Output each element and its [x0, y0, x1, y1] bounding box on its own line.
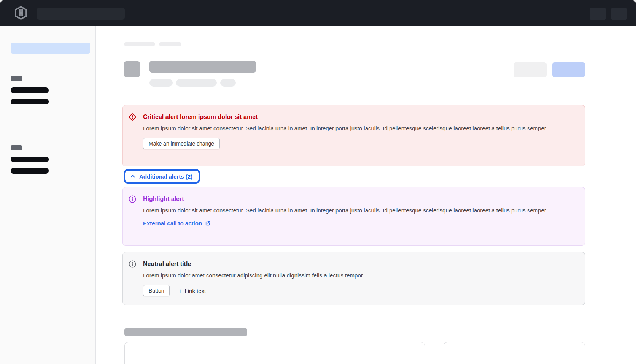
primary-button-skeleton[interactable] [552, 62, 585, 77]
section-heading-skeleton [124, 328, 247, 336]
neutral-alert-link[interactable]: + Link text [178, 288, 206, 294]
alert-content: Neutral alert title Lorem ipsum dolor am… [143, 260, 364, 305]
info-circle-icon [128, 260, 137, 268]
highlight-alert-banner: Highlight alert Lorem ipsum dolor sit am… [122, 187, 585, 246]
chevron-up-icon [130, 173, 136, 179]
page-meta [149, 79, 236, 87]
critical-alert-banner: Critical alert lorem ipsum dolor sit ame… [122, 105, 585, 166]
sidebar [0, 26, 96, 364]
content-card [124, 342, 425, 364]
additional-alerts-toggle[interactable]: Additional alerts (2) [124, 169, 200, 184]
breadcrumb-item-skeleton[interactable] [159, 42, 181, 46]
meta-badge-skeleton [149, 79, 173, 87]
alert-title: Neutral alert title [143, 260, 364, 269]
alert-content: Highlight alert Lorem ipsum dolor sit am… [143, 195, 547, 245]
external-link-icon [205, 220, 211, 226]
sidebar-nav-item-skeleton[interactable] [11, 168, 49, 174]
secondary-button-skeleton[interactable] [514, 62, 547, 77]
meta-badge-skeleton [176, 79, 217, 87]
topbar-button-skeleton[interactable] [611, 8, 627, 20]
immediate-change-button[interactable]: Make an immediate change [143, 138, 220, 149]
sidebar-selected-item-skeleton[interactable] [11, 43, 90, 54]
sidebar-nav-item-skeleton[interactable] [11, 157, 49, 162]
external-call-to-action-link[interactable]: External call to action [143, 220, 211, 226]
alert-body: Lorem ipsum dolor sit amet consectetur. … [143, 124, 547, 133]
content-card [444, 342, 585, 364]
search-input-skeleton[interactable] [37, 8, 125, 20]
meta-badge-skeleton [220, 79, 236, 87]
alert-title: Highlight alert [143, 195, 547, 204]
hashicorp-logo-icon[interactable] [14, 6, 28, 20]
alert-body: Lorem ipsum dolor amet consectetur adipi… [143, 271, 364, 280]
alert-title: Critical alert lorem ipsum dolor sit ame… [143, 112, 547, 122]
sidebar-nav-item-skeleton[interactable] [11, 99, 49, 104]
sidebar-section-label-skeleton [11, 76, 22, 81]
alert-content: Critical alert lorem ipsum dolor sit ame… [143, 112, 547, 166]
link-label: Link text [184, 288, 206, 294]
main-content: Critical alert lorem ipsum dolor sit ame… [96, 26, 636, 364]
info-circle-icon [128, 195, 137, 203]
topbar [0, 0, 636, 26]
page-title-skeleton [149, 61, 256, 73]
link-label: External call to action [143, 220, 202, 226]
plus-icon: + [178, 288, 182, 294]
page-icon-skeleton [124, 61, 140, 77]
app-window: Critical alert lorem ipsum dolor sit ame… [0, 0, 636, 364]
breadcrumb [124, 42, 181, 46]
topbar-button-skeleton[interactable] [590, 8, 606, 20]
alert-diamond-icon [128, 113, 137, 121]
alert-body: Lorem ipsum dolor sit amet consectetur. … [143, 206, 547, 215]
sidebar-nav-item-skeleton[interactable] [11, 87, 49, 93]
breadcrumb-item-skeleton[interactable] [124, 42, 155, 46]
neutral-alert-banner: Neutral alert title Lorem ipsum dolor am… [122, 252, 585, 305]
neutral-alert-button[interactable]: Button [143, 285, 170, 296]
toggle-label: Additional alerts (2) [139, 173, 192, 180]
sidebar-section-label-skeleton [11, 145, 22, 150]
